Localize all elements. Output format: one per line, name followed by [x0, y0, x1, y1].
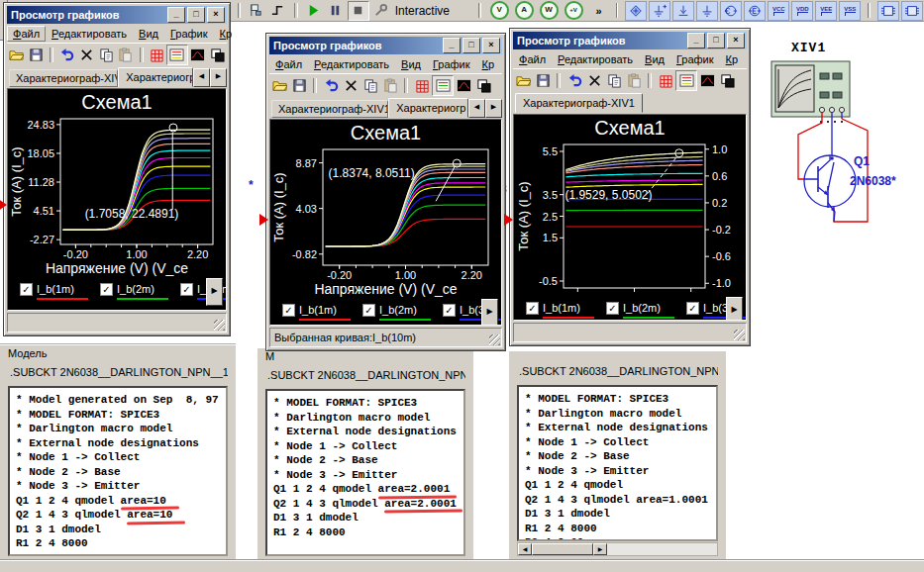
horizontal-scrollbar[interactable]: ◀▶	[517, 542, 718, 556]
undo-icon[interactable]	[565, 71, 584, 90]
scroll-left-button[interactable]: ◀	[518, 543, 532, 555]
tab-scroll-right-button[interactable]: ▶	[210, 68, 227, 87]
close-button[interactable]: ×	[207, 7, 225, 23]
menu-файл[interactable]: Файл	[7, 26, 46, 42]
delete-icon[interactable]	[584, 71, 604, 90]
plot[interactable]: -0.201.002.2024.8318.0511.284.51-2.27Ток…	[9, 114, 225, 260]
ground-plus-icon[interactable]	[649, 1, 670, 21]
tab-2[interactable]: Характериогр	[118, 67, 193, 87]
tab-1[interactable]: Характериограф-XIV1	[515, 93, 643, 113]
scrollbar-thumb[interactable]	[532, 543, 593, 555]
tab-scroll-left-button[interactable]: ◀	[468, 99, 485, 118]
copy-icon[interactable]	[96, 46, 116, 64]
open-icon[interactable]	[513, 71, 533, 90]
maximize-button[interactable]: □	[187, 7, 205, 23]
vss-icon[interactable]: VSS	[839, 1, 861, 21]
menu-файл[interactable]: Файл	[269, 56, 308, 72]
probe-v-icon[interactable]: V	[490, 1, 509, 20]
grid-icon[interactable]	[412, 76, 432, 95]
tab-scroll-right-button[interactable]: ▶	[485, 99, 502, 118]
paste-icon[interactable]	[380, 76, 400, 95]
source-icon[interactable]	[625, 1, 647, 21]
menu-вид[interactable]: Вид	[639, 51, 670, 67]
transistor-ref-label[interactable]: Q1	[854, 154, 870, 168]
ground-arrow-icon[interactable]	[672, 1, 694, 21]
minimize-button[interactable]: _	[167, 7, 185, 23]
grid-icon[interactable]	[148, 46, 167, 64]
flag-icon[interactable]	[247, 2, 266, 20]
minimize-button[interactable]: _	[443, 38, 461, 53]
window-titlebar[interactable]: Просмотр графиков _ □ ×	[7, 6, 227, 24]
model-text-area[interactable]: * MODEL FORMAT: SPICE3* Darlington macro…	[517, 385, 718, 541]
legend-icon[interactable]	[675, 70, 697, 91]
terminal-2[interactable]	[829, 107, 834, 112]
legend-icon[interactable]	[166, 45, 188, 65]
grid-icon[interactable]	[656, 71, 675, 90]
pause-icon[interactable]	[326, 2, 346, 20]
window-titlebar[interactable]: Просмотр графиков _ □ ×	[513, 32, 747, 49]
menu-график[interactable]: График	[670, 51, 720, 67]
menu-редактировать[interactable]: Редактировать	[552, 51, 639, 67]
legend-scroll-button[interactable]: ▶	[726, 297, 743, 321]
close-button[interactable]: ×	[482, 38, 500, 53]
trace-icon[interactable]	[454, 76, 473, 95]
menu-вид[interactable]: Вид	[395, 56, 427, 72]
save-icon[interactable]	[533, 71, 553, 90]
tab-1[interactable]: Характериограф-XIV1	[9, 69, 118, 87]
model-text-area[interactable]: * MODEL FORMAT: SPICE3* Darlington macro…	[265, 389, 465, 556]
chip-icon[interactable]	[877, 1, 899, 21]
scroll-right-button[interactable]: ▶	[593, 543, 607, 555]
resize-grip[interactable]	[489, 334, 500, 345]
legend-checkbox[interactable]: ✓	[526, 302, 539, 315]
vee-icon[interactable]: VEE	[815, 1, 837, 21]
probe-a-icon[interactable]: A	[515, 1, 534, 20]
overlay-icon[interactable]	[717, 71, 737, 90]
menu-редактировать[interactable]: Редактировать	[308, 56, 395, 72]
legend-scroll-button[interactable]: ▶	[481, 299, 498, 326]
legend-checkbox[interactable]: ✓	[686, 302, 699, 315]
chip-icon[interactable]	[901, 1, 923, 21]
trace-icon[interactable]	[188, 46, 208, 64]
delete-icon[interactable]	[341, 76, 360, 95]
source-e-icon[interactable]	[744, 1, 766, 21]
copy-icon[interactable]	[360, 76, 380, 95]
open-icon[interactable]	[269, 76, 289, 95]
menu-кр[interactable]: Кр	[476, 56, 501, 72]
paste-icon[interactable]	[116, 46, 136, 64]
menu-график[interactable]: График	[427, 56, 476, 72]
legend-checkbox[interactable]: ✓	[282, 304, 295, 317]
resize-grip[interactable]	[214, 320, 225, 331]
overlay-icon[interactable]	[473, 76, 493, 95]
legend-icon[interactable]	[432, 75, 454, 96]
vdd-icon[interactable]: VDD	[791, 1, 813, 21]
legend-checkbox[interactable]: ✓	[606, 302, 619, 315]
plot[interactable]: 5.53.52.51.5-0.51.00.60.2-0.2-0.6-1.0Ток…	[516, 140, 745, 296]
legend-checkbox[interactable]: ✓	[20, 283, 33, 296]
vcc-icon[interactable]: VCC	[768, 1, 789, 21]
copy-icon[interactable]	[604, 71, 624, 90]
maximize-button[interactable]: □	[462, 38, 480, 53]
plot[interactable]: -0.201.002.208.874.03-0.82Ток (A) (I_c)(…	[271, 144, 500, 281]
terminal-3[interactable]	[839, 107, 844, 112]
tab-scroll-left-button[interactable]: ◀	[193, 68, 210, 87]
probe-+v-icon[interactable]: +V	[565, 1, 583, 20]
play-icon[interactable]	[304, 2, 324, 20]
undo-icon[interactable]	[57, 46, 77, 64]
stop-icon[interactable]	[348, 1, 369, 21]
source-c-icon[interactable]	[720, 1, 742, 21]
wires-blue[interactable]	[832, 113, 842, 155]
curve-tracer-instrument[interactable]	[771, 61, 850, 123]
save-icon[interactable]	[289, 76, 309, 95]
menu-файл[interactable]: Файл	[513, 51, 552, 67]
menu-редактировать[interactable]: Редактировать	[46, 26, 133, 42]
legend-checkbox[interactable]: ✓	[180, 283, 193, 296]
window-titlebar[interactable]: Просмотр графиков _ □ ×	[269, 37, 502, 54]
trace-icon[interactable]	[697, 71, 717, 90]
legend-checkbox[interactable]: ✓	[443, 304, 456, 317]
legend-scroll-button[interactable]: ▶	[206, 278, 223, 306]
open-icon[interactable]	[7, 46, 27, 64]
menu-график[interactable]: График	[164, 26, 214, 42]
step-icon[interactable]	[268, 2, 288, 20]
toolbar-overflow-icon[interactable]: »	[596, 5, 602, 17]
maximize-button[interactable]: □	[707, 33, 725, 48]
